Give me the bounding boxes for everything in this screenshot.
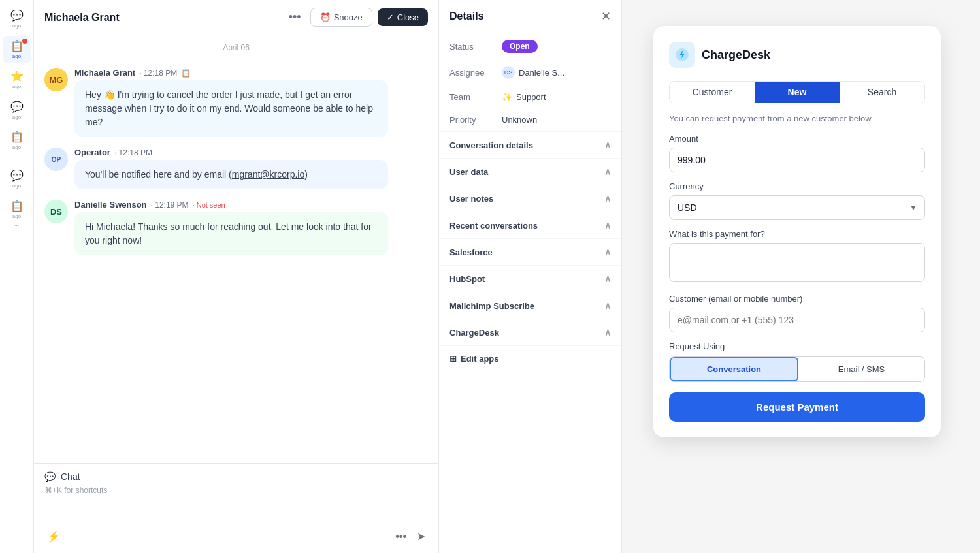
chargedesk-tabs: Customer New Search xyxy=(669,81,925,103)
snooze-label: Snooze xyxy=(334,12,363,22)
status-label: Status xyxy=(449,42,495,52)
table-row: DS Danielle Swenson · 12:19 PM · Not see… xyxy=(44,200,428,255)
close-conversation-button[interactable]: ✓ Close xyxy=(378,8,428,26)
chevron-up-icon: ∧ xyxy=(604,220,611,230)
sidebar-item-0[interactable]: 💬 ago xyxy=(3,5,31,33)
sidebar-label-2: ago xyxy=(12,84,21,90)
customer-input[interactable] xyxy=(669,308,925,332)
currency-select[interactable]: USD EUR GBP CAD xyxy=(669,195,925,220)
section-user-notes[interactable]: User notes ∧ xyxy=(439,185,621,212)
message-bubble: Hi Michaela! Thanks so much for reaching… xyxy=(74,212,388,255)
sidebar-item-1[interactable]: 📋 ago xyxy=(3,36,31,64)
request-using-options: Conversation Email / SMS xyxy=(669,356,925,382)
sidebar-item-3[interactable]: 💬 ago xyxy=(3,97,31,125)
team-row: Team ✨ Support xyxy=(439,86,621,108)
details-title: Details xyxy=(449,10,483,22)
messages-area: April 06 MG Michaela Grant · 12:18 PM 📋 … xyxy=(34,35,438,463)
payment-for-input[interactable] xyxy=(669,243,925,282)
grid-icon: ⊞ xyxy=(449,354,457,364)
request-option-email-sms[interactable]: Email / SMS xyxy=(798,357,924,381)
table-row: MG Michaela Grant · 12:18 PM 📋 Hey 👋 I'm… xyxy=(44,68,428,137)
sidebar-sublabel-4: ... xyxy=(14,152,20,159)
message-content: Operator · 12:18 PM You'll be notified h… xyxy=(74,148,428,189)
notification-dot xyxy=(22,39,27,44)
section-label: ChargeDesk xyxy=(449,328,499,338)
section-mailchimp[interactable]: Mailchimp Subscribe ∧ xyxy=(439,292,621,319)
chat-footer-left: ⚡ xyxy=(44,528,63,545)
sidebar-item-5[interactable]: 💬 ago xyxy=(3,165,31,193)
sidebar-label-6: ago xyxy=(12,213,21,220)
snooze-icon: ⏰ xyxy=(320,12,331,22)
section-hubspot[interactable]: HubSpot ∧ xyxy=(439,265,621,292)
payment-for-label: What is this payment for? xyxy=(669,229,925,239)
sidebar-item-2[interactable]: ⭐ ago xyxy=(3,66,31,94)
chevron-up-icon: ∧ xyxy=(604,247,611,257)
tab-customer[interactable]: Customer xyxy=(670,82,755,103)
customer-group: Customer (email or mobile number) xyxy=(669,294,925,332)
sidebar-label-5: ago xyxy=(12,183,21,189)
chat-type-label: Chat xyxy=(61,471,80,482)
priority-value: Unknown xyxy=(502,115,537,125)
section-chargedesk[interactable]: ChargeDesk ∧ xyxy=(439,319,621,345)
more-input-options-button[interactable]: ••• xyxy=(393,528,409,545)
tab-new[interactable]: New xyxy=(755,82,840,103)
currency-group: Currency USD EUR GBP CAD ▼ xyxy=(669,182,925,220)
section-conversation-details[interactable]: Conversation details ∧ xyxy=(439,131,621,158)
sidebar-label-0: ago xyxy=(12,23,21,29)
snooze-button[interactable]: ⏰ Snooze xyxy=(310,8,372,27)
tab-search[interactable]: Search xyxy=(840,82,924,103)
date-divider: April 06 xyxy=(44,35,428,57)
details-panel: Details ✕ Status Open Assignee DS Daniel… xyxy=(439,0,622,553)
team-label: Team xyxy=(449,92,495,102)
details-close-button[interactable]: ✕ xyxy=(601,9,611,24)
more-options-button[interactable]: ••• xyxy=(285,8,305,27)
section-user-data[interactable]: User data ∧ xyxy=(439,158,621,185)
amount-input[interactable] xyxy=(669,148,925,172)
priority-name: Unknown xyxy=(502,115,537,125)
chat-input[interactable] xyxy=(44,499,428,520)
chat-header-actions: ••• ⏰ Snooze ✓ Close xyxy=(285,8,428,27)
section-label: Salesforce xyxy=(449,247,493,257)
chat-panel: Michaela Grant ••• ⏰ Snooze ✓ Close Apri… xyxy=(34,0,439,553)
chevron-up-icon: ∧ xyxy=(604,274,611,284)
sidebar-sublabel-6: ... xyxy=(14,221,20,227)
customer-label: Customer (email or mobile number) xyxy=(669,294,925,304)
assignee-row: Assignee DS Danielle S... xyxy=(439,59,621,86)
message-meta: Michaela Grant · 12:18 PM 📋 xyxy=(74,68,428,78)
section-recent-conversations[interactable]: Recent conversations ∧ xyxy=(439,212,621,238)
sidebar-item-4[interactable]: 📋 ago ... xyxy=(3,127,31,163)
table-row: OP Operator · 12:18 PM You'll be notifie… xyxy=(44,148,428,189)
sidebar-icon-6: 📋 xyxy=(10,200,24,212)
priority-label: Priority xyxy=(449,115,495,125)
details-header: Details ✕ xyxy=(439,0,621,33)
chat-input-area: 💬 Chat ⌘+K for shortcuts ⚡ ••• ➤ xyxy=(34,463,438,553)
assignee-value: DS Danielle S... xyxy=(502,66,564,79)
section-label: HubSpot xyxy=(449,274,485,284)
chat-input-footer: ⚡ ••• ➤ xyxy=(44,528,428,545)
section-label: Conversation details xyxy=(449,140,533,150)
chevron-up-icon: ∧ xyxy=(604,166,611,177)
section-edit-apps[interactable]: ⊞ Edit apps xyxy=(439,345,621,371)
message-bubble: You'll be notified here and by email (mg… xyxy=(74,160,388,189)
message-content: Michaela Grant · 12:18 PM 📋 Hey 👋 I'm tr… xyxy=(74,68,428,137)
chat-input-header: 💬 Chat xyxy=(44,471,428,482)
amount-group: Amount xyxy=(669,134,925,172)
section-salesforce[interactable]: Salesforce ∧ xyxy=(439,238,621,265)
assignee-avatar: DS xyxy=(502,66,515,79)
sidebar-icon-5: 💬 xyxy=(10,169,24,182)
lightning-button[interactable]: ⚡ xyxy=(44,528,63,545)
close-check-icon: ✓ xyxy=(387,12,394,22)
send-button[interactable]: ➤ xyxy=(414,528,428,545)
chevron-up-icon: ∧ xyxy=(604,140,611,150)
priority-row: Priority Unknown xyxy=(439,108,621,131)
section-label: User data xyxy=(449,167,488,177)
email-link[interactable]: mgrant@krcorp.io xyxy=(232,169,304,180)
request-payment-button[interactable]: Request Payment xyxy=(669,392,925,422)
not-seen-badge: · Not seen xyxy=(193,201,225,209)
message-author: Operator xyxy=(74,148,110,157)
request-option-conversation[interactable]: Conversation xyxy=(670,357,798,381)
section-label: User notes xyxy=(449,194,493,204)
chargedesk-description: You can request payment from a new custo… xyxy=(669,114,925,123)
sidebar-item-6[interactable]: 📋 ago ... xyxy=(3,196,31,232)
chat-header: Michaela Grant ••• ⏰ Snooze ✓ Close xyxy=(34,0,438,35)
